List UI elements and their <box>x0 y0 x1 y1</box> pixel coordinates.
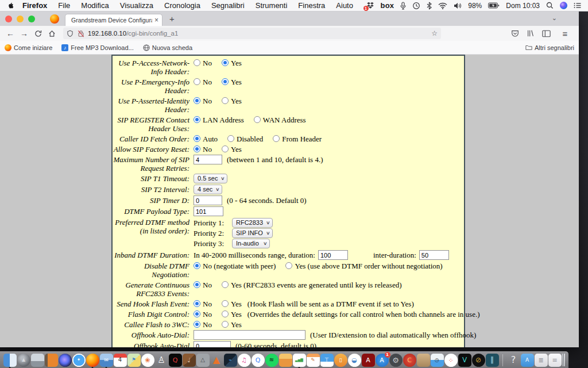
hamburger-menu-icon[interactable]: ≡ <box>558 27 572 40</box>
other-bookmarks-button[interactable]: Altri segnalibri <box>525 44 574 51</box>
pocket-icon[interactable] <box>511 29 519 37</box>
dock-dark-blue-media-app-icon[interactable]: ⌁ <box>224 354 237 367</box>
back-button[interactable]: ← <box>3 27 17 40</box>
radio-option[interactable]: No <box>194 97 212 105</box>
url-bar[interactable]: 192.168.0.10/cgi-bin/config_a1 ☆ <box>63 28 441 39</box>
bookmark-nuova-scheda[interactable]: Nuova scheda <box>143 44 192 51</box>
box-menu-icon[interactable]: box <box>381 1 394 10</box>
dock-itunes-icon[interactable]: ♫ <box>238 354 251 367</box>
dock-garageband-icon[interactable]: ♩ <box>183 354 196 367</box>
dock-documents-stack-icon[interactable]: ≡ <box>548 354 562 367</box>
radio-option[interactable]: Yes <box>222 78 242 86</box>
dock-maps-icon[interactable]: ⚑ <box>127 354 141 367</box>
tracking-shield-icon[interactable] <box>67 30 74 37</box>
wifi-icon[interactable] <box>438 2 447 9</box>
dock-mail-icon[interactable]: ✉ <box>100 354 113 367</box>
menu-item-file[interactable]: File <box>58 1 70 10</box>
radio-option[interactable]: Yes <box>222 320 242 329</box>
dock-archive-box-icon[interactable] <box>279 354 292 367</box>
priority-select[interactable]: In-audio∨ <box>232 239 270 248</box>
menu-clock[interactable]: Dom 10:03 <box>506 2 540 10</box>
radio-option[interactable]: Yes <box>222 300 242 308</box>
dock-binder-app-icon[interactable]: ‖ <box>486 354 499 367</box>
volume-icon[interactable] <box>454 2 462 9</box>
spotlight-search-icon[interactable] <box>546 2 554 9</box>
radio-option[interactable]: Yes (use above DTMF order without negoti… <box>285 262 442 270</box>
window-zoom-button[interactable] <box>28 16 35 22</box>
menu-item-visualizza[interactable]: Visualizza <box>120 1 153 10</box>
apple-menu-icon[interactable] <box>7 1 14 10</box>
menu-item-firefox[interactable]: Firefox <box>22 1 47 10</box>
bookmark-come-iniziare[interactable]: Come iniziare <box>5 44 52 51</box>
dock-safari-icon[interactable]: ✦ <box>72 354 86 367</box>
bluetooth-icon[interactable] <box>427 2 432 10</box>
dock-finder-icon[interactable] <box>3 354 17 367</box>
dock-missing-app-icon[interactable]: ? <box>507 354 520 367</box>
dock-quicktime-icon[interactable]: Q <box>252 354 265 367</box>
text-input[interactable] <box>194 206 223 216</box>
text-input[interactable] <box>194 341 231 347</box>
tab-close-icon[interactable]: × <box>154 16 158 24</box>
dock-metronome-icon[interactable]: △ <box>196 354 210 367</box>
microphone-icon[interactable] <box>400 2 406 10</box>
tab-grandstream[interactable]: Grandstream Device Configuration × <box>65 14 163 26</box>
time-machine-icon[interactable] <box>412 2 420 10</box>
dock-spotify-icon[interactable]: ≋ <box>265 354 278 367</box>
radio-option[interactable]: From Header <box>273 135 322 143</box>
dock-ccleaner-icon[interactable]: C <box>403 354 416 367</box>
library-icon[interactable] <box>527 29 535 37</box>
dock-acrobat-icon[interactable]: A <box>362 354 375 367</box>
insecure-lock-icon[interactable] <box>78 30 84 37</box>
radio-option[interactable]: No <box>194 78 212 86</box>
menu-item-segnalibri[interactable]: Segnalibri <box>211 1 245 10</box>
window-close-button[interactable] <box>5 16 12 22</box>
radio-option[interactable]: Yes (RFC2833 events are generated until … <box>222 281 402 289</box>
window-minimize-button[interactable] <box>17 16 24 22</box>
radio-option[interactable]: LAN Address <box>194 116 244 124</box>
text-input[interactable] <box>194 330 305 340</box>
dock-gold-ring-app-icon[interactable]: ⊘ <box>472 354 485 367</box>
radio-option[interactable]: Disabled <box>227 135 263 143</box>
dock-paper-bag-app-icon[interactable] <box>417 354 430 367</box>
dock-mission-control-icon[interactable] <box>31 354 44 367</box>
tab-overflow-chevron-icon[interactable]: ⌄ <box>552 14 557 22</box>
menu-item-aiuto[interactable]: Aiuto <box>336 1 353 10</box>
dock-app-store-icon[interactable]: A1 <box>376 354 389 367</box>
dock-keynote-icon[interactable]: ⊤ <box>320 354 334 367</box>
dock-qmidi-icon[interactable]: Q <box>169 354 182 367</box>
dock-notes-icon[interactable] <box>45 354 58 367</box>
dropdown-select[interactable]: 0.5 sec∨ <box>194 174 227 183</box>
trash-icon[interactable] <box>562 354 566 366</box>
bookmark-star-icon[interactable]: ☆ <box>431 29 438 37</box>
dock-applications-folder-icon[interactable]: A <box>521 354 534 367</box>
radio-option[interactable]: No <box>194 59 212 67</box>
text-input[interactable] <box>194 195 222 205</box>
dropdown-select[interactable]: 4 sec∨ <box>194 185 222 194</box>
sidebar-toggle-icon[interactable] <box>542 30 551 37</box>
radio-option[interactable]: No <box>194 310 212 319</box>
menu-item-modifica[interactable]: Modifica <box>81 1 109 10</box>
radio-option[interactable]: Yes <box>222 59 242 67</box>
radio-option[interactable]: No <box>194 281 212 289</box>
dock-white-figure-app-icon[interactable]: ♙ <box>155 354 168 367</box>
dock-ibooks-icon[interactable]: ▯ <box>334 354 347 367</box>
menu-item-cronologia[interactable]: Cronologia <box>164 1 200 10</box>
dock-color-dots-app-icon[interactable]: ⁘ <box>444 354 458 367</box>
forward-button[interactable]: → <box>17 27 31 40</box>
dock-protractor-icon[interactable]: ◒ <box>348 354 361 367</box>
dock-v-app-icon[interactable]: V <box>458 354 471 367</box>
priority-select[interactable]: RFC2833∨ <box>232 218 273 228</box>
dock-firefox-icon[interactable] <box>86 354 99 367</box>
inter-duration-input[interactable] <box>419 250 449 260</box>
home-button[interactable] <box>45 27 59 40</box>
notification-center-icon[interactable] <box>574 2 581 9</box>
dock-photos-icon[interactable]: ❀ <box>141 354 154 367</box>
radio-option[interactable]: Auto <box>194 135 218 143</box>
dock-scale-app-icon[interactable]: ◷ <box>431 354 444 367</box>
menu-item-strumenti[interactable]: Strumenti <box>256 1 288 10</box>
menu-item-finestra[interactable]: Finestra <box>298 1 325 10</box>
dock-vlc-icon[interactable]: ▲ <box>210 354 223 367</box>
text-input[interactable] <box>194 155 222 164</box>
dock-downloads-stack-icon[interactable]: ≣ <box>535 354 548 367</box>
dropbox-icon[interactable]: 1 <box>366 2 374 9</box>
